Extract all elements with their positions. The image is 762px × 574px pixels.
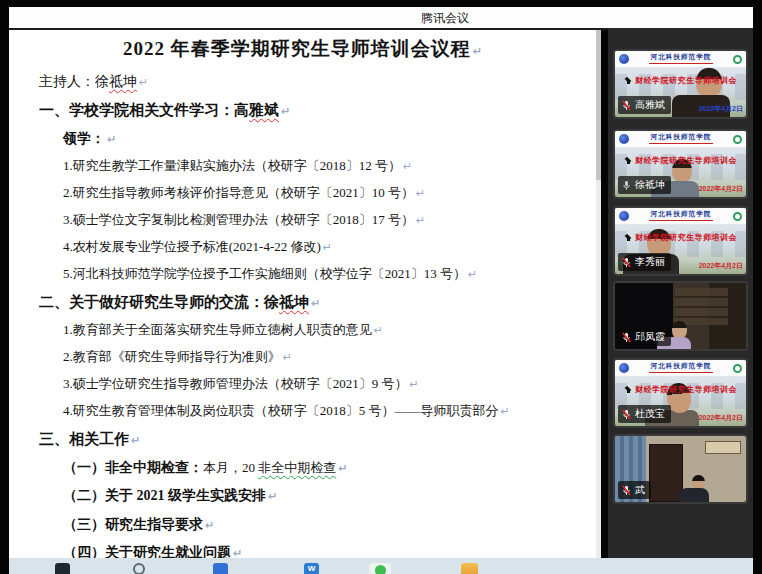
bookshelf — [675, 288, 727, 324]
graduation-cap-icon — [624, 235, 632, 240]
school-name: 河北科技师范学院 — [651, 54, 712, 61]
work-item-1: （一）非全中期检查：本月，20 非全中期检查↵ — [39, 460, 567, 476]
participant-tile[interactable]: 邱凤霞 — [613, 281, 748, 351]
college-logo-icon — [733, 364, 742, 373]
school-banner: 河北科技师范学院 — [615, 51, 746, 67]
participant-nametag: 武 — [618, 481, 651, 499]
mail-app-icon[interactable] — [213, 563, 228, 574]
cabinet — [649, 444, 683, 502]
graduation-cap-icon — [624, 387, 632, 392]
school-logo-icon — [619, 134, 629, 144]
list-item: 4.农村发展专业学位授予标准(2021-4-22 修改)↵ — [39, 240, 567, 255]
date-overlay: 2022年4月2日 — [699, 413, 743, 423]
window-titlebar: 腾讯会议 — [9, 7, 753, 30]
school-name: 河北科技师范学院 — [651, 211, 712, 218]
list-item: 1.研究生教学工作量津贴实施办法（校研字〔2018〕12 号）↵ — [39, 159, 567, 174]
school-logo-icon — [619, 211, 629, 221]
participant-tile[interactable]: 河北科技师范学院 财经学院研究生导师培训会 高雅斌 2022年4月2日 — [613, 49, 748, 119]
list-item: 1.教育部关于全面落实研究生导师立德树人职责的意见↵ — [39, 323, 567, 338]
graduation-cap-icon — [624, 158, 632, 163]
school-banner: 河北科技师范学院 — [615, 208, 746, 224]
muted-mic-icon — [621, 332, 632, 343]
spellcheck-underline: 祗坤 — [279, 294, 309, 310]
list-item: 2.教育部《研究生导师指导行为准则》↵ — [39, 350, 567, 365]
college-logo-icon — [733, 212, 742, 221]
search-icon[interactable] — [133, 563, 145, 574]
list-item: 4.研究生教育管理体制及岗位职责（校研字〔2018〕5 号）——导师职责部分↵ — [39, 404, 567, 419]
participant-nametag: 李秀丽 — [618, 253, 671, 271]
section-3-heading: 三、相关工作↵ — [39, 431, 567, 448]
date-overlay: 2022年4月2日 — [699, 261, 743, 271]
muted-mic-icon — [621, 257, 632, 268]
screen: { "window": { "title": "腾讯会议" }, "doc": … — [0, 0, 762, 574]
participant-tile[interactable]: 河北科技师范学院 财经学院研究生导师培训会 李秀丽 2022年4月2日 — [613, 206, 748, 276]
college-logo-icon — [733, 135, 742, 144]
school-banner: 河北科技师范学院 — [615, 360, 746, 376]
date-overlay: 2022年4月2日 — [699, 104, 743, 114]
participant-nametag: 徐祗坤 — [618, 176, 671, 194]
list-item: 2.研究生指导教师考核评价指导意见（校研字〔2021〕10 号）↵ — [39, 186, 567, 201]
participant-tile[interactable]: 河北科技师范学院 财经学院研究生导师培训会 杜茂宝 2022年4月2日 — [613, 358, 748, 428]
word-app-icon[interactable]: W — [304, 563, 319, 574]
start-button-icon[interactable] — [55, 563, 70, 574]
participant-person — [688, 475, 709, 502]
participants-sidebar[interactable]: 河北科技师范学院 财经学院研究生导师培训会 高雅斌 2022年4月2日 河北科技… — [608, 28, 753, 558]
document-title: 2022 年春季学期研究生导师培训会议程↵ — [39, 36, 567, 62]
file-explorer-icon[interactable] — [461, 563, 478, 574]
school-name: 河北科技师范学院 — [651, 363, 712, 370]
grammar-underline: 非全中期检查 — [258, 460, 336, 475]
calligraphy-frame — [705, 441, 741, 454]
school-logo-icon — [619, 363, 629, 373]
date-overlay: 2022年4月2日 — [699, 184, 743, 194]
work-item-3: （三）研究生指导要求↵ — [39, 517, 567, 533]
windows-taskbar[interactable]: W — [9, 558, 753, 574]
school-banner: 河北科技师范学院 — [615, 131, 746, 147]
graduation-cap-icon — [624, 78, 632, 83]
list-item: 3.硕士学位文字复制比检测管理办法（校研字〔2018〕17 号）↵ — [39, 213, 567, 228]
participant-tile[interactable]: 河北科技师范学院 财经学院研究生导师培训会 徐祗坤 2022年4月2日 — [613, 129, 748, 199]
muted-mic-icon — [621, 485, 632, 496]
meeting-banner: 财经学院研究生导师培训会 — [615, 384, 746, 395]
participant-nametag: 邱凤霞 — [618, 328, 671, 346]
paragraph-mark: ↵ — [473, 45, 483, 58]
work-item-2: （二）关于 2021 级学生实践安排↵ — [39, 488, 567, 504]
window-title: 腾讯会议 — [421, 10, 469, 27]
spellcheck-underline: 雅斌 — [249, 102, 279, 118]
muted-mic-icon — [621, 100, 632, 111]
muted-mic-icon — [621, 409, 632, 420]
host-line: 主持人：徐祗坤↵ — [39, 74, 567, 90]
shared-document: 2022 年春季学期研究生导师培训会议程↵ 主持人：徐祗坤↵ 一、学校学院相关文… — [9, 30, 601, 558]
participant-nametag: 杜茂宝 — [618, 405, 671, 423]
section-1-heading: 一、学校学院相关文件学习：高雅斌↵ — [39, 102, 567, 119]
section-2-heading: 二、关于做好研究生导师的交流：徐祗坤↵ — [39, 294, 567, 311]
college-logo-icon — [733, 55, 742, 64]
participant-nametag: 高雅斌 — [618, 96, 671, 114]
document-body: 2022 年春季学期研究生导师培训会议程↵ 主持人：徐祗坤↵ 一、学校学院相关文… — [9, 30, 601, 574]
mic-on-icon — [621, 180, 632, 191]
school-name: 河北科技师范学院 — [651, 134, 712, 141]
document-scrollbar[interactable] — [596, 30, 601, 558]
meeting-banner: 财经学院研究生导师培训会 — [615, 155, 746, 166]
lingxue-label: 领学：↵ — [39, 131, 567, 147]
school-logo-icon — [619, 54, 629, 64]
participant-tile[interactable]: 武 — [613, 434, 748, 504]
meeting-banner: 财经学院研究生导师培训会 — [615, 232, 746, 243]
list-item: 3.硕士学位研究生指导教师管理办法（校研字〔2021〕9 号）↵ — [39, 377, 567, 392]
meeting-banner: 财经学院研究生导师培训会 — [615, 75, 746, 86]
spellcheck-underline: 祗坤 — [109, 74, 137, 89]
wechat-app-icon[interactable] — [369, 563, 391, 574]
scrollbar-thumb[interactable] — [596, 30, 601, 180]
list-item: 5.河北科技师范学院学位授予工作实施细则（校学位字〔2021〕13 号）↵ — [39, 267, 567, 282]
